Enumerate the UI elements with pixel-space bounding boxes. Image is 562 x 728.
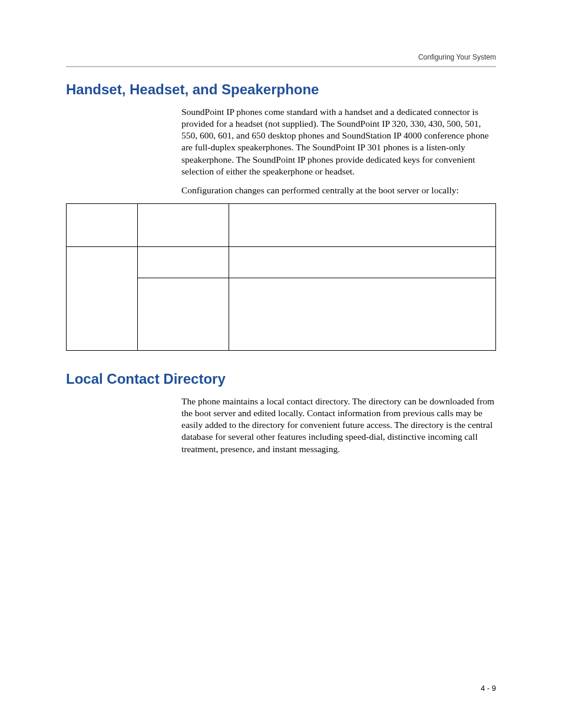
table-row [67,203,496,246]
paragraph-handset-1: SoundPoint IP phones come standard with … [181,106,496,177]
section-title-localdir: Local Contact Directory [66,371,496,387]
paragraph-localdir-1: The phone maintains a local contact dire… [181,396,496,455]
paragraph-handset-2: Configuration changes can performed cent… [181,185,496,196]
table-cell [67,203,138,246]
table-cell [138,278,229,350]
header-rule [66,66,496,67]
table-cell [229,278,496,350]
table-cell [138,246,229,278]
table-row [67,246,496,278]
body-column-localdir: The phone maintains a local contact dire… [181,396,496,455]
table-cell [67,246,138,350]
section-title-handset: Handset, Headset, and Speakerphone [66,81,496,98]
body-column-handset: SoundPoint IP phones come standard with … [181,106,496,196]
page: Configuring Your System Handset, Headset… [0,0,562,728]
config-table [66,203,496,351]
table-cell [138,203,229,246]
page-number: 4 - 9 [481,684,496,693]
table-cell [229,203,496,246]
table-cell [229,246,496,278]
running-header: Configuring Your System [66,53,496,61]
